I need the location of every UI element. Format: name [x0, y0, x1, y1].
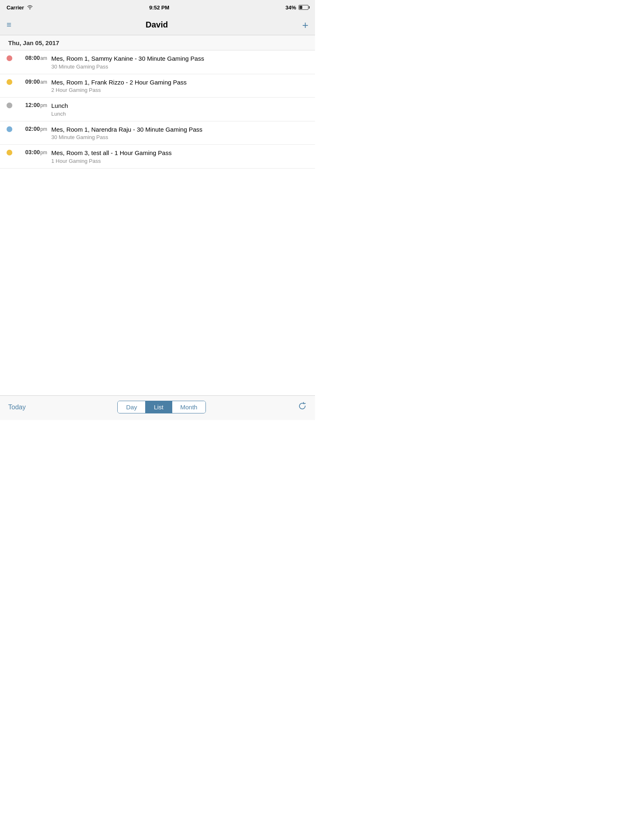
today-button[interactable]: Today [8, 404, 26, 411]
battery-fill [299, 6, 302, 9]
event-time-suffix: am [40, 55, 47, 61]
event-time: 08:00 [25, 55, 40, 61]
event-dot-container [7, 149, 12, 155]
event-item[interactable]: 08:00 am Mes, Room 1, Sammy Kanine - 30 … [0, 50, 315, 74]
event-details: Mes, Room 1, Sammy Kanine - 30 Minute Ga… [51, 55, 308, 70]
event-details: Lunch Lunch [51, 102, 308, 117]
carrier-label: Carrier [7, 5, 24, 11]
nav-bar: ≡ David + [0, 15, 315, 35]
event-dot-container [7, 78, 12, 85]
event-dot [7, 126, 12, 132]
event-dot-container [7, 102, 12, 108]
status-right: 34% [285, 5, 308, 11]
date-header-text: Thu, Jan 05, 2017 [8, 39, 59, 46]
event-subtitle: 30 Minute Gaming Pass [51, 64, 308, 70]
status-left: Carrier [7, 5, 33, 11]
battery-icon-container [299, 5, 308, 10]
event-item[interactable]: 02:00 pm Mes, Room 1, Narendra Raju - 30… [0, 121, 315, 145]
battery-percent: 34% [285, 5, 296, 11]
event-details: Mes, Room 3, test all - 1 Hour Gaming Pa… [51, 149, 308, 164]
event-list: 08:00 am Mes, Room 1, Sammy Kanine - 30 … [0, 50, 315, 395]
event-details: Mes, Room 1, Narendra Raju - 30 Minute G… [51, 126, 308, 141]
refresh-icon[interactable] [298, 402, 307, 413]
event-time-suffix: pm [40, 103, 47, 108]
event-subtitle: Lunch [51, 111, 308, 117]
event-title: Lunch [51, 102, 308, 110]
tab-segment: DayListMonth [117, 401, 206, 413]
event-time: 03:00 [25, 149, 40, 155]
event-dot [7, 150, 12, 155]
event-dot [7, 79, 12, 85]
event-time-container: 09:00 am [16, 78, 47, 85]
event-time-suffix: pm [40, 150, 47, 155]
event-subtitle: 2 Hour Gaming Pass [51, 87, 308, 93]
event-dot-container [7, 126, 12, 132]
event-item[interactable]: 12:00 pm Lunch Lunch [0, 98, 315, 121]
battery-icon [299, 5, 308, 10]
event-dot [7, 55, 12, 61]
event-item[interactable]: 03:00 pm Mes, Room 3, test all - 1 Hour … [0, 145, 315, 169]
event-item[interactable]: 09:00 am Mes, Room 1, Frank Rizzo - 2 Ho… [0, 74, 315, 98]
nav-title: David [146, 20, 168, 30]
event-time-container: 08:00 am [16, 55, 47, 61]
tab-month[interactable]: Month [172, 401, 206, 413]
add-button[interactable]: + [302, 20, 308, 30]
event-time-container: 12:00 pm [16, 102, 47, 108]
event-title: Mes, Room 1, Sammy Kanine - 30 Minute Ga… [51, 55, 308, 63]
event-time: 09:00 [25, 78, 40, 85]
main-content: Thu, Jan 05, 2017 08:00 am Mes, Room 1, … [0, 35, 315, 395]
event-time: 02:00 [25, 126, 40, 132]
tab-list[interactable]: List [146, 401, 172, 413]
event-dot-container [7, 55, 12, 61]
wifi-icon [27, 5, 33, 11]
event-dot [7, 103, 12, 108]
event-time-suffix: am [40, 79, 47, 85]
event-title: Mes, Room 1, Narendra Raju - 30 Minute G… [51, 126, 308, 134]
event-title: Mes, Room 1, Frank Rizzo - 2 Hour Gaming… [51, 78, 308, 87]
status-time: 9:52 PM [149, 5, 169, 11]
event-time-container: 02:00 pm [16, 126, 47, 132]
event-subtitle: 1 Hour Gaming Pass [51, 158, 308, 164]
tab-day[interactable]: Day [118, 401, 146, 413]
bottom-bar: Today DayListMonth [0, 395, 315, 420]
date-header: Thu, Jan 05, 2017 [0, 35, 315, 50]
event-time: 12:00 [25, 102, 40, 108]
menu-icon[interactable]: ≡ [7, 20, 11, 30]
status-bar: Carrier 9:52 PM 34% [0, 0, 315, 15]
event-time-container: 03:00 pm [16, 149, 47, 155]
event-details: Mes, Room 1, Frank Rizzo - 2 Hour Gaming… [51, 78, 308, 94]
event-title: Mes, Room 3, test all - 1 Hour Gaming Pa… [51, 149, 308, 157]
event-subtitle: 30 Minute Gaming Pass [51, 134, 308, 140]
event-time-suffix: pm [40, 126, 47, 132]
